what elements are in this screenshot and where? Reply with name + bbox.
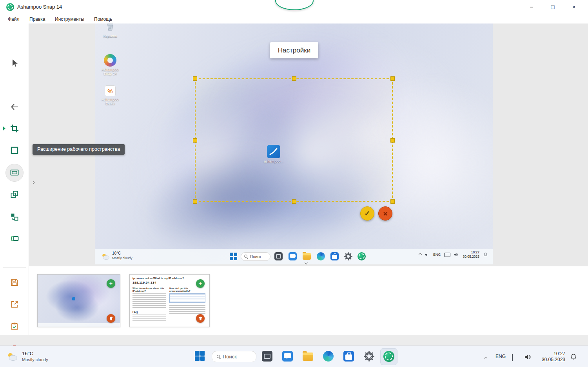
bottom-strip bbox=[0, 335, 588, 345]
thumbnail-delete-button[interactable] bbox=[107, 314, 115, 323]
cancel-capture-button[interactable]: × bbox=[378, 206, 392, 221]
confirm-capture-button[interactable]: ✓ bbox=[360, 206, 374, 221]
selection-handle[interactable] bbox=[292, 199, 296, 204]
selection-handle[interactable] bbox=[193, 199, 197, 204]
desktop-icon-snap: Ashampoo Snap 14 bbox=[97, 54, 123, 76]
captured-time: 10:27 bbox=[471, 250, 479, 254]
capture-window-tool-icon[interactable] bbox=[10, 146, 19, 155]
language-indicator[interactable]: ENG bbox=[495, 354, 506, 359]
speaker-icon bbox=[425, 253, 430, 257]
thumbnail-add-button[interactable]: + bbox=[107, 279, 115, 288]
search-icon bbox=[217, 355, 221, 359]
capture-fixed-tool-icon[interactable] bbox=[10, 213, 19, 221]
selection-handle[interactable] bbox=[390, 76, 395, 81]
thumbnail-desktop-capture[interactable]: + bbox=[37, 274, 120, 327]
desktop-icon-label: ashampoo... bbox=[255, 159, 292, 163]
search-label: Поиск bbox=[223, 354, 237, 360]
speaker-icon bbox=[454, 252, 459, 257]
captured-app-icon-dark bbox=[274, 252, 283, 260]
trash-icon bbox=[198, 316, 203, 321]
taskbar-store-icon[interactable] bbox=[343, 351, 354, 362]
clipboard-button-icon[interactable] bbox=[10, 322, 19, 331]
selection-handle[interactable] bbox=[390, 199, 395, 204]
captured-snap-icon bbox=[358, 252, 366, 260]
taskbar-explorer-icon[interactable] bbox=[303, 353, 313, 361]
desktop-icon-label: Ashampoo Deals bbox=[97, 98, 123, 106]
clock-time: 10:27 bbox=[554, 351, 565, 356]
tray-display-icon[interactable] bbox=[512, 354, 513, 361]
taskbar-edge-icon[interactable] bbox=[323, 351, 334, 362]
clock[interactable]: 10:27 30.05.2023 bbox=[530, 351, 565, 363]
capture-selection[interactable] bbox=[195, 78, 393, 202]
search-icon bbox=[244, 255, 248, 259]
thumbnail-delete-button[interactable] bbox=[196, 314, 205, 323]
weather-icon[interactable] bbox=[5, 351, 19, 362]
settings-button[interactable]: Настройки bbox=[270, 42, 318, 58]
weather-temp[interactable]: 16°C bbox=[22, 351, 33, 356]
thumbnail-webpage-capture[interactable]: ip.corras.net — What is my IP address? 1… bbox=[129, 274, 210, 327]
capture-video-tool-icon[interactable] bbox=[10, 235, 19, 243]
menu-tools[interactable]: Инструменты bbox=[53, 16, 86, 23]
minimize-button[interactable]: − bbox=[524, 2, 539, 13]
save-button-icon[interactable] bbox=[10, 278, 19, 287]
weather-condition[interactable]: Mostly cloudy bbox=[22, 357, 48, 362]
notification-bell-icon[interactable] bbox=[570, 353, 577, 360]
tool-group-marker bbox=[3, 127, 5, 130]
selection-handle[interactable] bbox=[193, 76, 197, 81]
sidebar-toolbar bbox=[0, 24, 29, 335]
taskbar-app-dark-icon[interactable] bbox=[262, 351, 272, 362]
desktop-icon-label: Корзина bbox=[97, 34, 123, 38]
selection-handle[interactable] bbox=[193, 138, 197, 143]
captured-start-icon bbox=[230, 253, 237, 260]
preview-collapse-button[interactable] bbox=[301, 259, 311, 267]
app-window: Ashampoo Snap 14 − □ × Файл Правка Инстр… bbox=[0, 0, 588, 367]
captured-store-icon bbox=[330, 252, 339, 260]
taskbar-snap-icon[interactable] bbox=[383, 351, 394, 362]
menu-file[interactable]: Файл bbox=[6, 16, 21, 23]
captured-clock: 10:27 30.05.2023 bbox=[463, 250, 479, 259]
snap-aperture-icon bbox=[104, 54, 116, 67]
sidebar-expand-button[interactable] bbox=[29, 177, 37, 188]
recycle-bin-icon bbox=[105, 24, 115, 31]
trash-icon bbox=[109, 316, 113, 321]
captured-chat-icon bbox=[289, 252, 297, 260]
chevron-down-icon bbox=[305, 261, 308, 264]
thumb-text-lines bbox=[169, 305, 205, 314]
taskbar-settings-icon[interactable] bbox=[364, 351, 374, 362]
thumbnail-add-button[interactable]: + bbox=[196, 279, 205, 288]
start-button[interactable] bbox=[195, 351, 205, 361]
weather-icon bbox=[100, 252, 111, 261]
menu-edit[interactable]: Правка bbox=[28, 16, 47, 23]
desktop-icon-ashampoo-file: ashampoo... bbox=[255, 145, 292, 163]
capture-preview: Корзина Ashampoo Snap 14 % Ashampoo Deal… bbox=[95, 24, 493, 264]
thumb-faq-heading: FAQ bbox=[132, 311, 138, 313]
capture-multiple-tool-icon[interactable] bbox=[10, 190, 19, 199]
thumb-text-lines bbox=[132, 315, 166, 322]
thumb-table bbox=[169, 293, 205, 303]
capture-desktop-tool-icon[interactable] bbox=[10, 168, 19, 177]
close-button[interactable]: × bbox=[566, 2, 582, 13]
selection-handle[interactable] bbox=[390, 138, 395, 143]
export-button-icon[interactable] bbox=[10, 300, 19, 309]
selection-handle[interactable] bbox=[292, 76, 296, 81]
os-taskbar: 16°C Mostly cloudy Поиск ENG 10:27 30.05… bbox=[0, 345, 588, 367]
pointer-tool-icon[interactable] bbox=[10, 59, 19, 67]
chevron-up-icon bbox=[484, 357, 487, 360]
menu-bar: Файл Правка Инструменты Помощь bbox=[0, 14, 588, 24]
captured-taskbar: 16°C Mostly cloudy Поиск ENG 10:27 bbox=[95, 249, 493, 264]
window-title: Ashampoo Snap 14 bbox=[17, 4, 62, 10]
deals-icon: % bbox=[105, 85, 116, 96]
back-arrow-icon[interactable] bbox=[10, 103, 19, 111]
maximize-button[interactable]: □ bbox=[545, 2, 561, 13]
capture-region-tool-icon[interactable] bbox=[10, 124, 19, 133]
captured-search-pill: Поиск bbox=[241, 252, 270, 261]
menu-help[interactable]: Помощь bbox=[93, 16, 114, 23]
thumb-page-ip: 188.119.54.134 bbox=[132, 281, 156, 284]
clock-date: 30.05.2023 bbox=[542, 357, 565, 362]
captured-settings-icon bbox=[344, 252, 352, 260]
captured-search-label: Поиск bbox=[250, 255, 261, 259]
tray-expand-button[interactable] bbox=[485, 354, 487, 361]
search-input[interactable]: Поиск bbox=[212, 351, 256, 362]
taskbar-chat-icon[interactable] bbox=[282, 351, 293, 362]
desktop-icon-recycle-bin: Корзина bbox=[97, 24, 123, 38]
